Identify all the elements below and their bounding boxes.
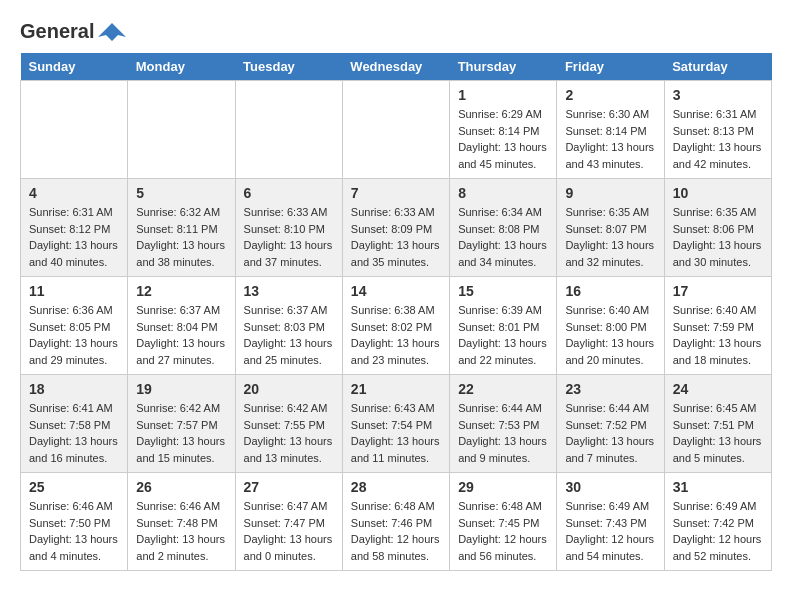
calendar-cell: 15Sunrise: 6:39 AM Sunset: 8:01 PM Dayli… (450, 277, 557, 375)
calendar-table: SundayMondayTuesdayWednesdayThursdayFrid… (20, 53, 772, 571)
day-info: Sunrise: 6:40 AM Sunset: 7:59 PM Dayligh… (673, 302, 763, 368)
header-monday: Monday (128, 53, 235, 81)
calendar-cell: 17Sunrise: 6:40 AM Sunset: 7:59 PM Dayli… (664, 277, 771, 375)
day-number: 1 (458, 87, 548, 103)
calendar-cell: 13Sunrise: 6:37 AM Sunset: 8:03 PM Dayli… (235, 277, 342, 375)
day-number: 13 (244, 283, 334, 299)
header-friday: Friday (557, 53, 664, 81)
day-info: Sunrise: 6:31 AM Sunset: 8:13 PM Dayligh… (673, 106, 763, 172)
day-number: 10 (673, 185, 763, 201)
calendar-cell: 23Sunrise: 6:44 AM Sunset: 7:52 PM Dayli… (557, 375, 664, 473)
day-number: 7 (351, 185, 441, 201)
day-info: Sunrise: 6:37 AM Sunset: 8:03 PM Dayligh… (244, 302, 334, 368)
day-number: 22 (458, 381, 548, 397)
calendar-cell (21, 81, 128, 179)
day-number: 5 (136, 185, 226, 201)
day-number: 29 (458, 479, 548, 495)
day-number: 19 (136, 381, 226, 397)
day-info: Sunrise: 6:41 AM Sunset: 7:58 PM Dayligh… (29, 400, 119, 466)
calendar-cell: 1Sunrise: 6:29 AM Sunset: 8:14 PM Daylig… (450, 81, 557, 179)
day-number: 4 (29, 185, 119, 201)
header-thursday: Thursday (450, 53, 557, 81)
calendar-cell: 29Sunrise: 6:48 AM Sunset: 7:45 PM Dayli… (450, 473, 557, 571)
day-info: Sunrise: 6:32 AM Sunset: 8:11 PM Dayligh… (136, 204, 226, 270)
calendar-cell (235, 81, 342, 179)
day-number: 27 (244, 479, 334, 495)
day-number: 9 (565, 185, 655, 201)
day-number: 25 (29, 479, 119, 495)
calendar-cell: 5Sunrise: 6:32 AM Sunset: 8:11 PM Daylig… (128, 179, 235, 277)
day-info: Sunrise: 6:35 AM Sunset: 8:06 PM Dayligh… (673, 204, 763, 270)
day-info: Sunrise: 6:44 AM Sunset: 7:53 PM Dayligh… (458, 400, 548, 466)
header-saturday: Saturday (664, 53, 771, 81)
calendar-cell: 3Sunrise: 6:31 AM Sunset: 8:13 PM Daylig… (664, 81, 771, 179)
calendar-cell (342, 81, 449, 179)
calendar-cell: 8Sunrise: 6:34 AM Sunset: 8:08 PM Daylig… (450, 179, 557, 277)
day-info: Sunrise: 6:31 AM Sunset: 8:12 PM Dayligh… (29, 204, 119, 270)
day-info: Sunrise: 6:47 AM Sunset: 7:47 PM Dayligh… (244, 498, 334, 564)
day-number: 15 (458, 283, 548, 299)
day-info: Sunrise: 6:33 AM Sunset: 8:10 PM Dayligh… (244, 204, 334, 270)
page-header: General (20, 20, 772, 43)
day-info: Sunrise: 6:43 AM Sunset: 7:54 PM Dayligh… (351, 400, 441, 466)
day-number: 20 (244, 381, 334, 397)
day-number: 23 (565, 381, 655, 397)
day-info: Sunrise: 6:45 AM Sunset: 7:51 PM Dayligh… (673, 400, 763, 466)
calendar-cell: 18Sunrise: 6:41 AM Sunset: 7:58 PM Dayli… (21, 375, 128, 473)
day-number: 6 (244, 185, 334, 201)
day-info: Sunrise: 6:35 AM Sunset: 8:07 PM Dayligh… (565, 204, 655, 270)
day-info: Sunrise: 6:29 AM Sunset: 8:14 PM Dayligh… (458, 106, 548, 172)
calendar-cell: 24Sunrise: 6:45 AM Sunset: 7:51 PM Dayli… (664, 375, 771, 473)
logo-general: General (20, 20, 94, 43)
day-number: 2 (565, 87, 655, 103)
calendar-cell: 21Sunrise: 6:43 AM Sunset: 7:54 PM Dayli… (342, 375, 449, 473)
day-info: Sunrise: 6:42 AM Sunset: 7:57 PM Dayligh… (136, 400, 226, 466)
calendar-cell: 10Sunrise: 6:35 AM Sunset: 8:06 PM Dayli… (664, 179, 771, 277)
week-row-1: 4Sunrise: 6:31 AM Sunset: 8:12 PM Daylig… (21, 179, 772, 277)
day-info: Sunrise: 6:46 AM Sunset: 7:50 PM Dayligh… (29, 498, 119, 564)
day-info: Sunrise: 6:49 AM Sunset: 7:43 PM Dayligh… (565, 498, 655, 564)
calendar-cell: 2Sunrise: 6:30 AM Sunset: 8:14 PM Daylig… (557, 81, 664, 179)
calendar-cell: 9Sunrise: 6:35 AM Sunset: 8:07 PM Daylig… (557, 179, 664, 277)
week-row-2: 11Sunrise: 6:36 AM Sunset: 8:05 PM Dayli… (21, 277, 772, 375)
day-info: Sunrise: 6:49 AM Sunset: 7:42 PM Dayligh… (673, 498, 763, 564)
week-row-4: 25Sunrise: 6:46 AM Sunset: 7:50 PM Dayli… (21, 473, 772, 571)
calendar-header: SundayMondayTuesdayWednesdayThursdayFrid… (21, 53, 772, 81)
logo-bird-icon (98, 21, 126, 43)
day-number: 28 (351, 479, 441, 495)
calendar-cell: 31Sunrise: 6:49 AM Sunset: 7:42 PM Dayli… (664, 473, 771, 571)
day-info: Sunrise: 6:36 AM Sunset: 8:05 PM Dayligh… (29, 302, 119, 368)
calendar-cell: 19Sunrise: 6:42 AM Sunset: 7:57 PM Dayli… (128, 375, 235, 473)
day-number: 3 (673, 87, 763, 103)
calendar-cell: 26Sunrise: 6:46 AM Sunset: 7:48 PM Dayli… (128, 473, 235, 571)
header-tuesday: Tuesday (235, 53, 342, 81)
day-info: Sunrise: 6:30 AM Sunset: 8:14 PM Dayligh… (565, 106, 655, 172)
day-number: 30 (565, 479, 655, 495)
logo-text: General (20, 20, 128, 43)
day-info: Sunrise: 6:33 AM Sunset: 8:09 PM Dayligh… (351, 204, 441, 270)
calendar-cell: 30Sunrise: 6:49 AM Sunset: 7:43 PM Dayli… (557, 473, 664, 571)
calendar-cell: 12Sunrise: 6:37 AM Sunset: 8:04 PM Dayli… (128, 277, 235, 375)
day-info: Sunrise: 6:39 AM Sunset: 8:01 PM Dayligh… (458, 302, 548, 368)
day-number: 26 (136, 479, 226, 495)
day-number: 18 (29, 381, 119, 397)
day-info: Sunrise: 6:34 AM Sunset: 8:08 PM Dayligh… (458, 204, 548, 270)
calendar-cell: 7Sunrise: 6:33 AM Sunset: 8:09 PM Daylig… (342, 179, 449, 277)
calendar-cell: 11Sunrise: 6:36 AM Sunset: 8:05 PM Dayli… (21, 277, 128, 375)
day-number: 17 (673, 283, 763, 299)
header-sunday: Sunday (21, 53, 128, 81)
day-info: Sunrise: 6:40 AM Sunset: 8:00 PM Dayligh… (565, 302, 655, 368)
day-number: 14 (351, 283, 441, 299)
header-row: SundayMondayTuesdayWednesdayThursdayFrid… (21, 53, 772, 81)
calendar-cell: 6Sunrise: 6:33 AM Sunset: 8:10 PM Daylig… (235, 179, 342, 277)
calendar-body: 1Sunrise: 6:29 AM Sunset: 8:14 PM Daylig… (21, 81, 772, 571)
calendar-cell (128, 81, 235, 179)
day-info: Sunrise: 6:37 AM Sunset: 8:04 PM Dayligh… (136, 302, 226, 368)
calendar-cell: 28Sunrise: 6:48 AM Sunset: 7:46 PM Dayli… (342, 473, 449, 571)
day-info: Sunrise: 6:46 AM Sunset: 7:48 PM Dayligh… (136, 498, 226, 564)
day-number: 16 (565, 283, 655, 299)
day-number: 8 (458, 185, 548, 201)
day-info: Sunrise: 6:42 AM Sunset: 7:55 PM Dayligh… (244, 400, 334, 466)
day-info: Sunrise: 6:38 AM Sunset: 8:02 PM Dayligh… (351, 302, 441, 368)
day-info: Sunrise: 6:48 AM Sunset: 7:46 PM Dayligh… (351, 498, 441, 564)
